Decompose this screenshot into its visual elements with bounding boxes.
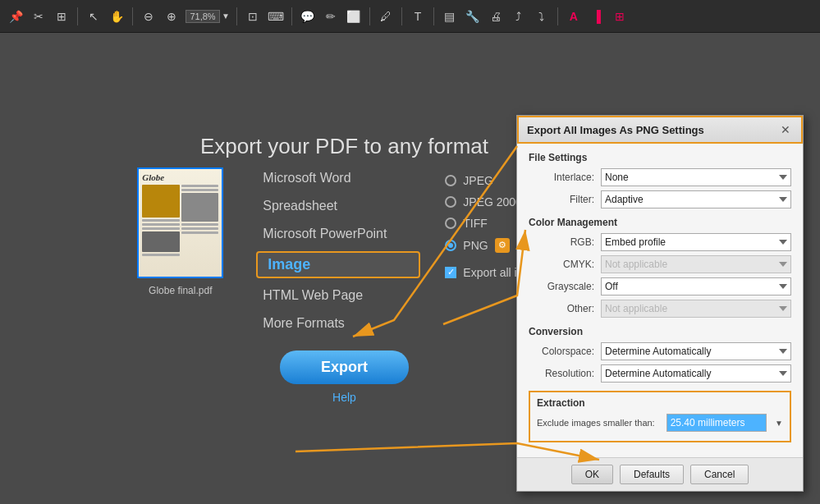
keyboard-icon[interactable]: ⌨ [267, 7, 285, 25]
ok-button[interactable]: OK [571, 465, 613, 484]
export-all-checkbox[interactable]: ✓ [445, 267, 456, 278]
cmyk-select: Not applicable [601, 255, 791, 273]
format-powerpoint[interactable]: Microsoft PowerPoint [256, 223, 420, 245]
textbox-icon[interactable]: ▤ [441, 7, 459, 25]
zoom-dropdown-icon[interactable]: ▼ [222, 11, 230, 21]
grayscale-select[interactable]: Off [601, 277, 791, 296]
add-box-icon[interactable]: ⊞ [611, 7, 629, 25]
conversion-title: Conversion [529, 326, 791, 337]
bar-icon[interactable]: ▐ [588, 7, 606, 25]
toolbar-sep-2 [132, 7, 133, 25]
other-label: Other: [529, 303, 594, 314]
exclude-row: Exclude images smaller than: 25.40 milli… [537, 414, 783, 432]
pdf-thumb-title: Globe [142, 172, 218, 182]
zoom-value[interactable]: 71,8% [186, 10, 220, 23]
toolbar-sep-5 [369, 7, 370, 25]
pin-icon[interactable]: 📌 [7, 7, 25, 25]
conversion-section: Conversion Colorspace: Determine Automat… [529, 326, 791, 383]
stamp-icon[interactable]: ⬜ [345, 7, 363, 25]
export1-icon[interactable]: ⤴ [510, 7, 528, 25]
other-row: Other: Not applicable [529, 300, 791, 318]
trim-icon[interactable]: ✂ [30, 7, 48, 25]
zoom-control: 71,8% ▼ [186, 10, 230, 23]
export-title: Export your PDF to any format [200, 134, 488, 159]
help-link[interactable]: Help [332, 391, 356, 404]
format-image[interactable]: Image [256, 251, 420, 278]
dialog-close-button[interactable]: ✕ [778, 122, 793, 137]
toolbar-sep-1 [77, 7, 78, 25]
file-settings-section: File Settings Interlace: None Filter: Ad… [529, 152, 791, 208]
resolution-select[interactable]: Determine Automatically [601, 364, 791, 383]
pencil-icon[interactable]: ✏ [322, 7, 340, 25]
png-settings-gear-icon[interactable]: ⚙ [495, 238, 510, 253]
tools-icon[interactable]: 🔧 [464, 7, 482, 25]
zoom-in-icon[interactable]: ⊕ [163, 7, 181, 25]
toolbar-sep-4 [291, 7, 292, 25]
exclude-label: Exclude images smaller than: [537, 418, 655, 428]
print-icon[interactable]: 🖨 [487, 7, 505, 25]
grayscale-row: Grayscale: Off [529, 277, 791, 296]
grayscale-label: Grayscale: [529, 281, 594, 292]
other-select: Not applicable [601, 300, 791, 318]
sign-icon[interactable]: 🖊 [377, 7, 395, 25]
png-radio[interactable] [445, 240, 456, 251]
export-panel: Export your PDF to any format Globe [137, 134, 551, 404]
main-area: Export your PDF to any format Globe [0, 33, 820, 504]
jpeg2000-label: JPEG 2000 [463, 195, 522, 208]
format-spreadsheet[interactable]: Spreadsheet [256, 195, 420, 217]
pages-icon[interactable]: ⊞ [53, 7, 71, 25]
pdf-thumbnail-area: Globe [137, 167, 223, 296]
jpeg-label: JPEG [463, 174, 493, 187]
format-list: Microsoft Word Spreadsheet Microsoft Pow… [256, 167, 420, 334]
hand-icon[interactable]: ✋ [108, 7, 126, 25]
export-button[interactable]: Export [280, 351, 409, 384]
export-button-area: Export [280, 351, 409, 384]
rgb-label: RGB: [529, 236, 594, 248]
crop-icon[interactable]: ⊡ [244, 7, 262, 25]
dialog-title: Export All Images As PNG Settings [527, 124, 704, 136]
format-section: Microsoft Word Spreadsheet Microsoft Pow… [256, 167, 551, 334]
zoom-out-icon[interactable]: ⊖ [140, 7, 158, 25]
exclude-dropdown-icon[interactable]: ▼ [775, 419, 783, 428]
cmyk-row: CMYK: Not applicable [529, 255, 791, 273]
dialog-titlebar: Export All Images As PNG Settings ✕ [517, 116, 803, 144]
filter-select[interactable]: Adaptive [601, 190, 791, 208]
cursor-icon[interactable]: ↖ [85, 7, 103, 25]
filter-label: Filter: [529, 194, 594, 205]
format-html[interactable]: HTML Web Page [256, 285, 420, 306]
rgb-select[interactable]: Embed profile [601, 233, 791, 251]
pdf-thumbnail[interactable]: Globe [137, 167, 223, 278]
export2-icon[interactable]: ⤵ [533, 7, 551, 25]
filter-row: Filter: Adaptive [529, 190, 791, 208]
jpeg-radio[interactable] [445, 175, 456, 186]
cancel-button[interactable]: Cancel [690, 465, 749, 484]
toolbar-sep-8 [557, 7, 558, 25]
rgb-row: RGB: Embed profile [529, 233, 791, 251]
file-settings-title: File Settings [529, 152, 791, 163]
jpeg2000-radio[interactable] [445, 196, 456, 208]
pdf-filename: Globe final.pdf [149, 285, 212, 296]
dialog-body: File Settings Interlace: None Filter: Ad… [517, 144, 803, 457]
tiff-radio[interactable] [445, 218, 456, 229]
resolution-label: Resolution: [529, 368, 594, 379]
export-png-settings-dialog: Export All Images As PNG Settings ✕ File… [516, 115, 804, 492]
export-content: Globe [137, 167, 551, 334]
toolbar-sep-3 [236, 7, 237, 25]
colorspace-select[interactable]: Determine Automatically [601, 342, 791, 360]
interlace-select[interactable]: None [601, 168, 791, 186]
highlight-icon[interactable]: A [565, 7, 583, 25]
text-icon[interactable]: T [409, 7, 427, 25]
colorspace-label: Colorspace: [529, 346, 594, 357]
color-management-section: Color Management RGB: Embed profile CMYK… [529, 217, 791, 318]
dialog-footer: OK Defaults Cancel [517, 457, 803, 491]
interlace-label: Interlace: [529, 172, 594, 183]
defaults-button[interactable]: Defaults [620, 465, 684, 484]
exclude-value[interactable]: 25.40 millimeters [667, 414, 767, 432]
png-label: PNG [463, 239, 488, 252]
color-mgmt-title: Color Management [529, 217, 791, 228]
extraction-section: Extraction Exclude images smaller than: … [529, 391, 791, 442]
format-word[interactable]: Microsoft Word [256, 167, 420, 189]
comment-icon[interactable]: 💬 [299, 7, 317, 25]
format-more[interactable]: More Formats [256, 313, 420, 334]
toolbar: 📌 ✂ ⊞ ↖ ✋ ⊖ ⊕ 71,8% ▼ ⊡ ⌨ 💬 ✏ ⬜ 🖊 T ▤ 🔧 … [0, 0, 820, 33]
